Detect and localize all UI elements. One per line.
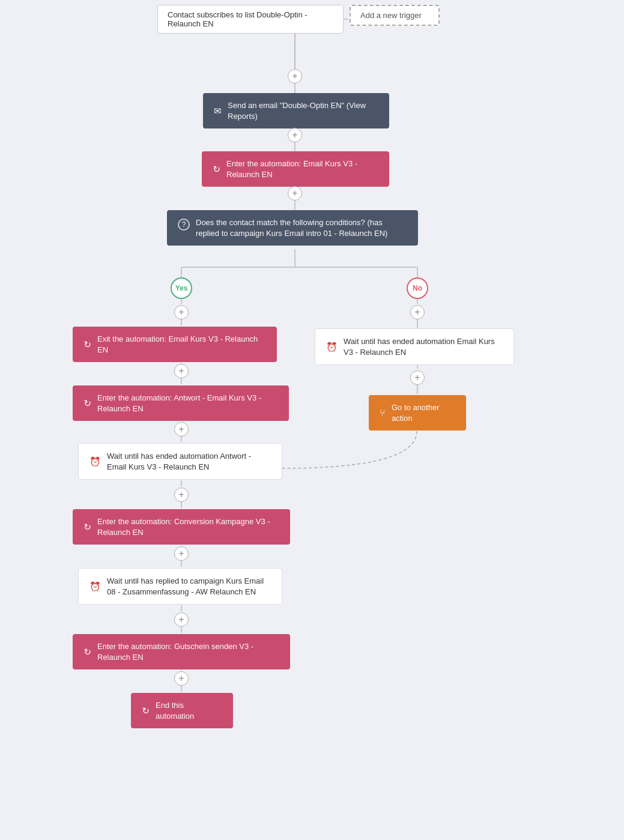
plus-button-no[interactable]: + — [410, 305, 425, 319]
flow-canvas: Contact subscribes to list Double-Optin … — [0, 0, 624, 840]
plus-icon-1: + — [292, 71, 297, 82]
plus-button-2[interactable]: + — [288, 128, 302, 142]
plus-button-8[interactable]: + — [174, 546, 189, 561]
plus-icon-5: + — [414, 372, 420, 383]
plus-icon-6: + — [178, 424, 184, 435]
plus-icon-2: + — [292, 130, 297, 141]
wait-kurs-node[interactable]: ⏰ Wait until has ended automation Email … — [315, 328, 514, 365]
wait-antwort-node[interactable]: ⏰ Wait until has ended automation Antwor… — [78, 443, 282, 480]
wait-replied-label: Wait until has replied to campaign Kurs … — [107, 576, 271, 597]
branch-yes: Yes — [171, 277, 192, 299]
end-icon: ↺ — [142, 706, 150, 716]
clock-icon-1: ⏰ — [326, 342, 338, 352]
plus-icon-yes: + — [178, 307, 184, 318]
clock-icon-3: ⏰ — [89, 581, 101, 592]
plus-button-4[interactable]: + — [174, 364, 189, 378]
wait-antwort-label: Wait until has ended automation Antwort … — [107, 451, 271, 472]
send-email-label: Send an email "Double-Optin EN" (View Re… — [228, 100, 378, 121]
add-trigger-label[interactable]: Add a new trigger — [350, 5, 440, 26]
wait-replied-node[interactable]: ⏰ Wait until has replied to campaign Kur… — [78, 568, 282, 605]
plus-button-1[interactable]: + — [288, 69, 302, 83]
loop-icon-1: ↺ — [213, 164, 220, 175]
branch-icon: ⑂ — [380, 408, 386, 418]
plus-button-5[interactable]: + — [410, 370, 425, 385]
goto-another-label: Go to another action — [392, 402, 455, 423]
plus-icon-7: + — [178, 489, 184, 500]
plus-button-7[interactable]: + — [174, 488, 189, 502]
plus-button-9[interactable]: + — [174, 612, 189, 627]
goto-another-node[interactable]: ⑂ Go to another action — [369, 395, 466, 431]
plus-button-3[interactable]: + — [288, 186, 302, 201]
condition-node[interactable]: ? Does the contact match the following c… — [167, 210, 418, 246]
loop-icon-gutschein: ↺ — [83, 647, 91, 657]
plus-button-yes[interactable]: + — [174, 305, 189, 319]
enter-emailkurs-node[interactable]: ↺ Enter the automation: Email Kurs V3 - … — [202, 151, 389, 187]
envelope-icon: ✉ — [214, 106, 222, 116]
enter-antwort-node[interactable]: ↺ Enter the automation: Antwort - Email … — [73, 385, 289, 421]
enter-conversion-label: Enter the automation: Conversion Kampagn… — [97, 516, 279, 537]
plus-icon-no: + — [414, 307, 420, 318]
plus-button-6[interactable]: + — [174, 422, 189, 437]
add-trigger-text: Add a new trigger — [360, 11, 422, 20]
loop-icon-antwort: ↺ — [83, 398, 91, 409]
loop-icon-exit: ↺ — [83, 339, 91, 350]
plus-icon-8: + — [178, 548, 184, 559]
condition-label: Does the contact match the following con… — [196, 217, 407, 238]
trigger-add[interactable]: Add a new trigger — [350, 5, 440, 26]
enter-gutschein-label: Enter the automation: Gutschein senden V… — [97, 641, 279, 662]
wait-kurs-label: Wait until has ended automation Email Ku… — [344, 336, 503, 357]
plus-icon-10: + — [178, 673, 184, 684]
question-icon: ? — [178, 219, 190, 231]
plus-button-10[interactable]: + — [174, 671, 189, 686]
send-email-node[interactable]: ✉ Send an email "Double-Optin EN" (View … — [203, 93, 389, 128]
plus-icon-3: + — [292, 188, 297, 199]
trigger-main-label[interactable]: Contact subscribes to list Double-Optin … — [157, 5, 344, 34]
clock-icon-2: ⏰ — [89, 456, 101, 467]
enter-emailkurs-label: Enter the automation: Email Kurs V3 - Re… — [226, 159, 378, 180]
branch-no: No — [407, 277, 428, 299]
enter-gutschein-node[interactable]: ↺ Enter the automation: Gutschein senden… — [73, 634, 290, 669]
plus-icon-9: + — [178, 614, 184, 625]
exit-automation-node[interactable]: ↺ Exit the automation: Email Kurs V3 - R… — [73, 327, 277, 362]
end-automation-node[interactable]: ↺ End this automation — [131, 693, 233, 728]
no-label: No — [413, 284, 422, 292]
trigger-main-text: Contact subscribes to list Double-Optin … — [168, 10, 307, 28]
yes-label: Yes — [175, 284, 188, 292]
end-automation-label: End this automation — [156, 700, 222, 721]
enter-conversion-node[interactable]: ↺ Enter the automation: Conversion Kampa… — [73, 509, 290, 545]
loop-icon-conversion: ↺ — [83, 522, 91, 533]
plus-icon-4: + — [178, 366, 184, 376]
exit-automation-label: Exit the automation: Email Kurs V3 - Rel… — [97, 334, 266, 355]
trigger-main[interactable]: Contact subscribes to list Double-Optin … — [157, 5, 344, 34]
enter-antwort-label: Enter the automation: Antwort - Email Ku… — [97, 393, 278, 414]
